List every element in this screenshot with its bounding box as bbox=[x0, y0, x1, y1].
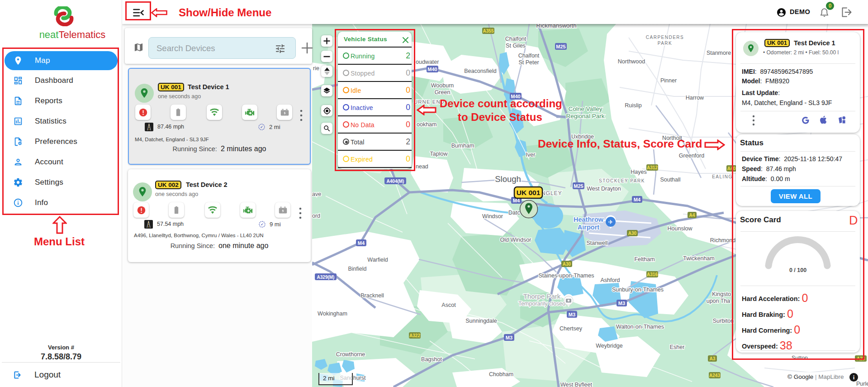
svg-text:A243: A243 bbox=[709, 373, 720, 378]
svg-text:M3: M3 bbox=[506, 335, 512, 340]
svg-text:A329(M): A329(M) bbox=[317, 275, 335, 280]
svg-text:A30: A30 bbox=[628, 231, 637, 236]
svg-text:Sunningdale: Sunningdale bbox=[465, 318, 497, 324]
svg-text:Greenford: Greenford bbox=[679, 153, 704, 159]
svg-text:M3: M3 bbox=[618, 301, 625, 306]
svg-text:Slough: Slough bbox=[495, 174, 521, 184]
svg-text:Airport: Airport bbox=[578, 224, 600, 231]
svg-text:St Peter: St Peter bbox=[518, 59, 539, 66]
svg-text:CARPENDERS: CARPENDERS bbox=[646, 35, 684, 40]
svg-text:Windsor: Windsor bbox=[482, 213, 503, 220]
svg-text:Burnham: Burnham bbox=[451, 143, 474, 149]
svg-text:Walton-on-Thames: Walton-on-Thames bbox=[616, 324, 664, 330]
svg-text:✈: ✈ bbox=[608, 219, 613, 225]
svg-text:Staines-upon-Thames: Staines-upon-Thames bbox=[539, 272, 594, 279]
svg-text:rie: rie bbox=[313, 65, 319, 72]
svg-text:M3: M3 bbox=[569, 312, 575, 317]
svg-text:Weybridge: Weybridge bbox=[596, 343, 623, 349]
svg-text:STOCKLEY PARK: STOCKLEY PARK bbox=[599, 178, 645, 183]
svg-text:ave: ave bbox=[312, 191, 321, 197]
svg-text:Ashford: Ashford bbox=[600, 277, 620, 283]
svg-text:Wooburn: Wooburn bbox=[431, 82, 454, 89]
svg-text:A4: A4 bbox=[689, 213, 695, 218]
svg-text:A3: A3 bbox=[710, 356, 716, 361]
svg-text:Purle: Purle bbox=[856, 381, 868, 387]
svg-text:St Giles: St Giles bbox=[506, 43, 526, 49]
svg-text:Datc: Datc bbox=[508, 210, 520, 216]
svg-text:M4: M4 bbox=[634, 197, 641, 202]
svg-text:M25: M25 bbox=[574, 183, 583, 189]
svg-text:Heathrow: Heathrow bbox=[574, 216, 604, 223]
svg-text:Hayes: Hayes bbox=[631, 169, 646, 175]
svg-text:A404(M): A404(M) bbox=[387, 179, 404, 184]
svg-text:Warfield: Warfield bbox=[367, 257, 388, 263]
svg-text:Chertsey: Chertsey bbox=[560, 325, 583, 332]
svg-text:A355: A355 bbox=[483, 29, 494, 33]
svg-text:A312: A312 bbox=[647, 165, 658, 170]
svg-text:Kingsto: Kingsto bbox=[712, 291, 731, 297]
svg-text:Ruislip: Ruislip bbox=[625, 102, 642, 109]
svg-text:PARK: PARK bbox=[658, 41, 673, 46]
svg-text:Colne Valley: Colne Valley bbox=[569, 105, 602, 112]
svg-text:Bracknell: Bracknell bbox=[360, 292, 384, 299]
svg-text:Stanmore: Stanmore bbox=[707, 50, 731, 56]
svg-text:Beaconsfield: Beaconsfield bbox=[464, 68, 497, 74]
svg-text:NGLEY: NGLEY bbox=[541, 190, 562, 196]
svg-text:Twickenham: Twickenham bbox=[683, 255, 714, 262]
svg-text:Sunbury-on-Thames: Sunbury-on-Thames bbox=[612, 287, 664, 293]
svg-text:Thorpe Park: Thorpe Park bbox=[523, 292, 561, 300]
svg-text:Regional Park: Regional Park bbox=[566, 113, 605, 119]
svg-text:Feltham: Feltham bbox=[634, 256, 655, 263]
svg-text:Temporarily closed: Temporarily closed bbox=[518, 301, 565, 307]
svg-text:West Byfleet: West Byfleet bbox=[560, 382, 592, 387]
svg-text:M40: M40 bbox=[427, 67, 437, 72]
svg-text:ookham: ookham bbox=[417, 121, 436, 128]
svg-text:Esher: Esher bbox=[670, 344, 685, 350]
svg-text:EALING: EALING bbox=[712, 174, 733, 179]
svg-text:nead: nead bbox=[416, 163, 428, 170]
svg-text:upon Tha: upon Tha bbox=[707, 298, 730, 304]
svg-text:Chalfont: Chalfont bbox=[505, 36, 526, 42]
svg-text:Taplow: Taplow bbox=[430, 151, 448, 157]
svg-text:Southall: Southall bbox=[660, 177, 680, 183]
svg-text:Hounslow: Hounslow bbox=[668, 225, 693, 232]
svg-text:Binfield: Binfield bbox=[348, 266, 367, 272]
svg-text:Crowthorne: Crowthorne bbox=[336, 351, 365, 358]
svg-text:A30: A30 bbox=[563, 262, 571, 267]
svg-text:Northwood: Northwood bbox=[618, 58, 645, 65]
svg-text:Bagshot: Bagshot bbox=[421, 356, 442, 363]
svg-text:Green: Green bbox=[435, 89, 451, 96]
svg-text:Iver: Iver bbox=[526, 152, 536, 158]
svg-text:Chalfont: Chalfont bbox=[518, 53, 540, 59]
svg-text:Old Windsor: Old Windsor bbox=[500, 237, 531, 243]
svg-text:Wokingham: Wokingham bbox=[318, 311, 347, 317]
svg-text:West Drayton: West Drayton bbox=[587, 186, 621, 192]
svg-text:Chobham: Chobham bbox=[489, 371, 513, 377]
svg-text:Pinner: Pinner bbox=[660, 77, 677, 84]
svg-text:Surbiton: Surbiton bbox=[713, 318, 734, 324]
svg-text:M4: M4 bbox=[358, 240, 365, 246]
svg-text:oudwater: oudwater bbox=[416, 59, 439, 65]
svg-text:M25: M25 bbox=[556, 44, 565, 49]
svg-text:A316: A316 bbox=[647, 272, 658, 277]
svg-text:Stanwell: Stanwell bbox=[586, 240, 607, 246]
svg-text:Ascot: Ascot bbox=[441, 302, 456, 308]
svg-text:A322: A322 bbox=[409, 333, 420, 338]
svg-text:ord: ord bbox=[312, 213, 320, 219]
svg-text:UK 001: UK 001 bbox=[517, 189, 541, 196]
svg-text:Harrow: Harrow bbox=[686, 95, 704, 101]
